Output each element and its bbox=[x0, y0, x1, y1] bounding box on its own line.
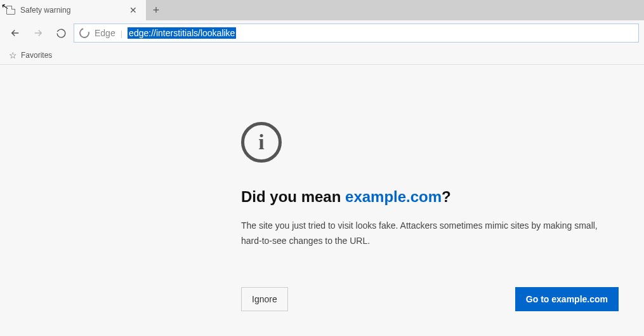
info-icon: i bbox=[241, 122, 282, 163]
headline-suffix: ? bbox=[442, 188, 451, 205]
tab-title: Safety warning bbox=[20, 6, 122, 15]
close-tab-icon[interactable]: ✕ bbox=[127, 4, 140, 17]
edge-logo-icon bbox=[79, 28, 89, 38]
url-text[interactable]: edge://interstitials/lookalike bbox=[128, 27, 236, 39]
headline-domain-link[interactable]: example.com bbox=[345, 188, 442, 205]
back-button[interactable] bbox=[5, 23, 25, 43]
page-headline: Did you mean example.com? bbox=[241, 188, 619, 206]
favorites-star-icon[interactable]: ☆ bbox=[9, 50, 17, 60]
omnibox-separator: | bbox=[121, 29, 122, 38]
interstitial-content: i Did you mean example.com? The site you… bbox=[0, 65, 644, 336]
headline-prefix: Did you mean bbox=[241, 188, 345, 205]
tab-strip: Safety warning ✕ + bbox=[0, 0, 644, 20]
refresh-button[interactable] bbox=[51, 23, 71, 43]
address-bar[interactable]: Edge | edge://interstitials/lookalike bbox=[74, 24, 639, 43]
favorites-bar: ☆ Favorites bbox=[0, 46, 644, 65]
favorites-label[interactable]: Favorites bbox=[21, 51, 52, 60]
new-tab-button[interactable]: + bbox=[146, 0, 166, 20]
provider-label: Edge bbox=[95, 28, 115, 38]
browser-toolbar: Edge | edge://interstitials/lookalike bbox=[0, 20, 644, 46]
go-to-site-button[interactable]: Go to example.com bbox=[515, 287, 619, 311]
page-icon bbox=[6, 6, 15, 15]
browser-tab[interactable]: Safety warning ✕ bbox=[0, 0, 146, 20]
warning-body-text: The site you just tried to visit looks f… bbox=[241, 218, 619, 249]
forward-button bbox=[28, 23, 48, 43]
button-row: Ignore Go to example.com bbox=[241, 287, 619, 311]
ignore-button[interactable]: Ignore bbox=[241, 287, 288, 311]
